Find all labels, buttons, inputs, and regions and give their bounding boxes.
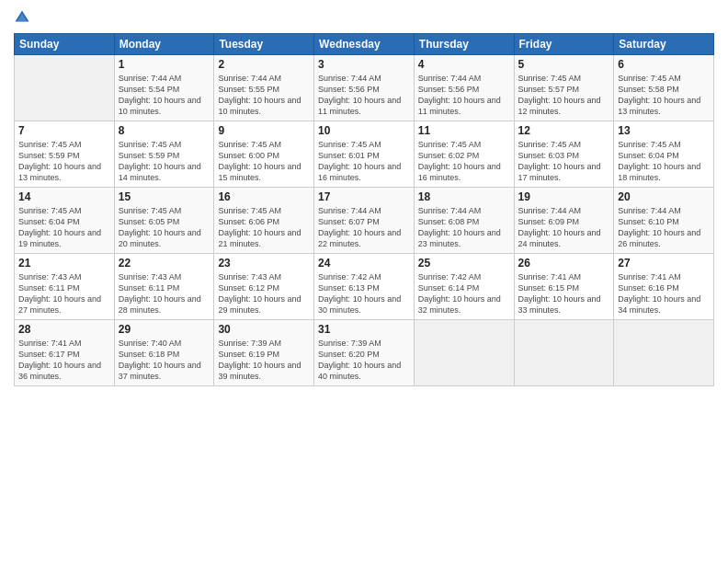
day-info: Sunrise: 7:45 AM Sunset: 5:58 PM Dayligh… [618, 73, 710, 118]
day-info: Sunrise: 7:45 AM Sunset: 6:06 PM Dayligh… [218, 205, 310, 250]
day-number: 4 [418, 58, 510, 71]
header-day: Wednesday [314, 34, 415, 55]
calendar-cell: 10Sunrise: 7:45 AM Sunset: 6:01 PM Dayli… [314, 121, 415, 188]
day-info: Sunrise: 7:45 AM Sunset: 6:04 PM Dayligh… [618, 139, 710, 184]
logo [14, 9, 32, 26]
day-info: Sunrise: 7:45 AM Sunset: 5:59 PM Dayligh… [18, 139, 110, 184]
calendar-cell: 3Sunrise: 7:44 AM Sunset: 5:56 PM Daylig… [314, 55, 415, 121]
calendar-cell: 2Sunrise: 7:44 AM Sunset: 5:55 PM Daylig… [214, 55, 314, 121]
day-info: Sunrise: 7:42 AM Sunset: 6:14 PM Dayligh… [418, 271, 510, 316]
day-info: Sunrise: 7:40 AM Sunset: 6:18 PM Dayligh… [119, 338, 210, 383]
day-info: Sunrise: 7:42 AM Sunset: 6:13 PM Dayligh… [318, 271, 410, 316]
calendar-cell: 29Sunrise: 7:40 AM Sunset: 6:18 PM Dayli… [114, 320, 214, 386]
logo-icon [14, 9, 30, 26]
day-info: Sunrise: 7:45 AM Sunset: 6:00 PM Dayligh… [218, 139, 310, 184]
calendar-cell: 11Sunrise: 7:45 AM Sunset: 6:02 PM Dayli… [414, 121, 514, 188]
day-number: 6 [618, 58, 710, 71]
calendar-cell: 5Sunrise: 7:45 AM Sunset: 5:57 PM Daylig… [514, 55, 614, 121]
calendar-cell [414, 320, 514, 386]
calendar-cell: 17Sunrise: 7:44 AM Sunset: 6:07 PM Dayli… [314, 188, 415, 254]
day-info: Sunrise: 7:45 AM Sunset: 6:04 PM Dayligh… [18, 205, 110, 250]
day-number: 7 [18, 124, 110, 137]
header-day: Saturday [614, 34, 714, 55]
calendar-week-row: 14Sunrise: 7:45 AM Sunset: 6:04 PM Dayli… [15, 188, 714, 254]
day-info: Sunrise: 7:43 AM Sunset: 6:12 PM Dayligh… [218, 271, 310, 316]
calendar-cell: 9Sunrise: 7:45 AM Sunset: 6:00 PM Daylig… [214, 121, 314, 188]
day-info: Sunrise: 7:44 AM Sunset: 6:07 PM Dayligh… [318, 205, 410, 250]
calendar-cell [614, 320, 714, 386]
day-number: 8 [119, 124, 210, 137]
day-number: 21 [18, 257, 110, 270]
calendar-cell: 1Sunrise: 7:44 AM Sunset: 5:54 PM Daylig… [114, 55, 214, 121]
header-day: Thursday [414, 34, 514, 55]
day-number: 9 [218, 124, 310, 137]
day-info: Sunrise: 7:44 AM Sunset: 5:54 PM Dayligh… [119, 73, 210, 118]
calendar-cell: 15Sunrise: 7:45 AM Sunset: 6:05 PM Dayli… [114, 188, 214, 254]
day-info: Sunrise: 7:41 AM Sunset: 6:17 PM Dayligh… [18, 338, 110, 383]
calendar-cell: 28Sunrise: 7:41 AM Sunset: 6:17 PM Dayli… [15, 320, 115, 386]
day-info: Sunrise: 7:41 AM Sunset: 6:16 PM Dayligh… [618, 271, 710, 316]
day-info: Sunrise: 7:43 AM Sunset: 6:11 PM Dayligh… [119, 271, 210, 316]
day-number: 12 [518, 124, 610, 137]
calendar-cell: 18Sunrise: 7:44 AM Sunset: 6:08 PM Dayli… [414, 188, 514, 254]
header-row: SundayMondayTuesdayWednesdayThursdayFrid… [15, 34, 714, 55]
calendar-cell: 25Sunrise: 7:42 AM Sunset: 6:14 PM Dayli… [414, 254, 514, 320]
day-info: Sunrise: 7:44 AM Sunset: 6:08 PM Dayligh… [418, 205, 510, 250]
day-info: Sunrise: 7:39 AM Sunset: 6:19 PM Dayligh… [218, 338, 310, 383]
day-number: 16 [218, 190, 310, 203]
day-number: 2 [218, 58, 310, 71]
day-number: 29 [119, 323, 210, 336]
day-info: Sunrise: 7:44 AM Sunset: 6:10 PM Dayligh… [618, 205, 710, 250]
calendar-cell: 24Sunrise: 7:42 AM Sunset: 6:13 PM Dayli… [314, 254, 415, 320]
day-info: Sunrise: 7:44 AM Sunset: 5:56 PM Dayligh… [318, 73, 410, 118]
calendar-cell: 22Sunrise: 7:43 AM Sunset: 6:11 PM Dayli… [114, 254, 214, 320]
calendar-cell: 7Sunrise: 7:45 AM Sunset: 5:59 PM Daylig… [15, 121, 115, 188]
day-number: 10 [318, 124, 410, 137]
day-number: 3 [318, 58, 410, 71]
day-number: 24 [318, 257, 410, 270]
day-number: 15 [119, 190, 210, 203]
calendar-cell: 19Sunrise: 7:44 AM Sunset: 6:09 PM Dayli… [514, 188, 614, 254]
calendar-week-row: 21Sunrise: 7:43 AM Sunset: 6:11 PM Dayli… [15, 254, 714, 320]
calendar-cell: 8Sunrise: 7:45 AM Sunset: 5:59 PM Daylig… [114, 121, 214, 188]
day-number: 22 [119, 257, 210, 270]
day-info: Sunrise: 7:45 AM Sunset: 5:59 PM Dayligh… [119, 139, 210, 184]
day-info: Sunrise: 7:44 AM Sunset: 5:56 PM Dayligh… [418, 73, 510, 118]
calendar-cell: 12Sunrise: 7:45 AM Sunset: 6:03 PM Dayli… [514, 121, 614, 188]
day-info: Sunrise: 7:45 AM Sunset: 6:05 PM Dayligh… [119, 205, 210, 250]
calendar-cell: 31Sunrise: 7:39 AM Sunset: 6:20 PM Dayli… [314, 320, 415, 386]
calendar-cell: 30Sunrise: 7:39 AM Sunset: 6:19 PM Dayli… [214, 320, 314, 386]
day-info: Sunrise: 7:45 AM Sunset: 6:02 PM Dayligh… [418, 139, 510, 184]
day-info: Sunrise: 7:45 AM Sunset: 6:03 PM Dayligh… [518, 139, 610, 184]
day-info: Sunrise: 7:45 AM Sunset: 6:01 PM Dayligh… [318, 139, 410, 184]
calendar-table: SundayMondayTuesdayWednesdayThursdayFrid… [14, 33, 714, 386]
calendar-week-row: 28Sunrise: 7:41 AM Sunset: 6:17 PM Dayli… [15, 320, 714, 386]
header-day: Sunday [15, 34, 115, 55]
day-number: 26 [518, 257, 610, 270]
calendar-cell: 26Sunrise: 7:41 AM Sunset: 6:15 PM Dayli… [514, 254, 614, 320]
day-info: Sunrise: 7:39 AM Sunset: 6:20 PM Dayligh… [318, 338, 410, 383]
calendar-cell: 4Sunrise: 7:44 AM Sunset: 5:56 PM Daylig… [414, 55, 514, 121]
day-number: 5 [518, 58, 610, 71]
day-number: 11 [418, 124, 510, 137]
calendar-cell: 23Sunrise: 7:43 AM Sunset: 6:12 PM Dayli… [214, 254, 314, 320]
day-info: Sunrise: 7:41 AM Sunset: 6:15 PM Dayligh… [518, 271, 610, 316]
day-info: Sunrise: 7:43 AM Sunset: 6:11 PM Dayligh… [18, 271, 110, 316]
calendar-cell: 6Sunrise: 7:45 AM Sunset: 5:58 PM Daylig… [614, 55, 714, 121]
day-number: 1 [119, 58, 210, 71]
day-info: Sunrise: 7:45 AM Sunset: 5:57 PM Dayligh… [518, 73, 610, 118]
day-number: 30 [218, 323, 310, 336]
day-info: Sunrise: 7:44 AM Sunset: 6:09 PM Dayligh… [518, 205, 610, 250]
header-day: Friday [514, 34, 614, 55]
day-number: 19 [518, 190, 610, 203]
day-info: Sunrise: 7:44 AM Sunset: 5:55 PM Dayligh… [218, 73, 310, 118]
day-number: 31 [318, 323, 410, 336]
calendar-cell [514, 320, 614, 386]
day-number: 28 [18, 323, 110, 336]
calendar-cell: 27Sunrise: 7:41 AM Sunset: 6:16 PM Dayli… [614, 254, 714, 320]
header [14, 9, 714, 26]
calendar-cell: 13Sunrise: 7:45 AM Sunset: 6:04 PM Dayli… [614, 121, 714, 188]
day-number: 14 [18, 190, 110, 203]
day-number: 17 [318, 190, 410, 203]
calendar-cell: 16Sunrise: 7:45 AM Sunset: 6:06 PM Dayli… [214, 188, 314, 254]
